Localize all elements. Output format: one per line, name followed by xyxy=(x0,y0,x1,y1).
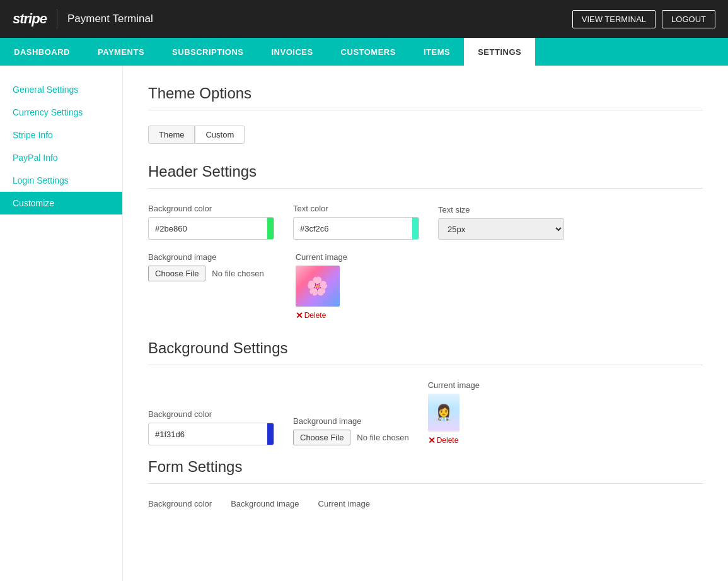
bg-delete-label: Delete xyxy=(437,436,459,445)
bg-choose-file-button[interactable]: Choose File xyxy=(293,430,350,445)
tab-custom[interactable]: Custom xyxy=(195,126,245,144)
sidebar-item-stripe[interactable]: Stripe Info xyxy=(0,124,122,146)
header-bg-color-swatch[interactable] xyxy=(267,218,274,239)
bg-color-text[interactable] xyxy=(149,426,267,443)
header-text-color-swatch[interactable] xyxy=(412,218,419,239)
navbar: DASHBOARD PAYMENTS SUBSCRIPTIONS INVOICE… xyxy=(0,38,728,66)
topbar-left: stripe Payment Terminal xyxy=(13,9,153,28)
nav-item-items[interactable]: ITEMS xyxy=(410,38,464,66)
main-content: Theme Options Theme Custom Header Settin… xyxy=(123,66,728,581)
bg-current-image-group: Current image 👩‍⚕️ ✕ Delete xyxy=(428,380,480,445)
header-delete-label: Delete xyxy=(304,311,326,320)
app-title: Payment Terminal xyxy=(67,13,153,25)
sidebar-item-paypal[interactable]: PayPal Info xyxy=(0,146,122,169)
header-current-image-group: Current image 🌸 ✕ Delete xyxy=(296,252,347,320)
bg-image-label: Background image xyxy=(293,416,409,426)
view-terminal-button[interactable]: VIEW TERMINAL xyxy=(572,10,656,28)
header-settings-title: Header Settings xyxy=(148,163,703,180)
bg-color-swatch[interactable] xyxy=(267,423,274,445)
header-choose-file-button[interactable]: Choose File xyxy=(148,266,205,281)
nav-item-settings[interactable]: SETTINGS xyxy=(464,38,535,66)
theme-tabs: Theme Custom xyxy=(148,126,703,144)
form-settings-divider xyxy=(148,483,703,484)
header-bg-color-label: Background color xyxy=(148,204,274,213)
page-title-divider xyxy=(148,110,703,110)
bg-image-group: Background image Choose File No file cho… xyxy=(293,416,409,445)
header-bg-image-section: Background image Choose File No file cho… xyxy=(148,252,703,320)
form-bg-color-label: Background color xyxy=(148,499,212,508)
page-layout: General Settings Currency Settings Strip… xyxy=(0,66,728,581)
bg-no-file-text: No file chosen xyxy=(357,433,408,442)
header-bg-color-input-wrapper xyxy=(148,217,274,240)
delete-x-icon: ✕ xyxy=(296,310,303,320)
header-color-fields: Background color Text color Text size 16… xyxy=(148,204,703,240)
header-text-size-group: Text size 16px 18px 20px 22px 25px 28px … xyxy=(438,205,564,240)
bg-color-label: Background color xyxy=(148,409,274,419)
header-text-color-label: Text color xyxy=(293,204,419,213)
header-delete-link[interactable]: ✕ Delete xyxy=(296,310,347,320)
bg-color-group: Background color xyxy=(148,409,274,445)
bg-settings-divider xyxy=(148,365,703,365)
logout-button[interactable]: LOGOUT xyxy=(662,10,715,28)
stripe-logo: stripe xyxy=(13,11,47,27)
nav-item-subscriptions[interactable]: SUBSCRIPTIONS xyxy=(158,38,257,66)
header-text-color-group: Text color xyxy=(293,204,419,240)
form-bg-color-group: Background color xyxy=(148,499,212,508)
nav-item-payments[interactable]: PAYMENTS xyxy=(84,38,158,66)
topbar: stripe Payment Terminal VIEW TERMINAL LO… xyxy=(0,0,728,38)
sidebar: General Settings Currency Settings Strip… xyxy=(0,66,123,581)
header-text-color-text[interactable] xyxy=(294,220,412,237)
sidebar-item-currency[interactable]: Currency Settings xyxy=(0,101,122,124)
header-choose-file-wrapper: Choose File No file chosen xyxy=(148,266,264,281)
sidebar-item-login[interactable]: Login Settings xyxy=(0,169,122,192)
sidebar-item-customize[interactable]: Customize xyxy=(0,192,122,214)
page-title: Theme Options xyxy=(148,85,703,102)
nav-item-dashboard[interactable]: DASHBOARD xyxy=(0,38,84,66)
bg-choose-file-wrapper: Choose File No file chosen xyxy=(293,430,409,445)
bg-color-input-wrapper xyxy=(148,423,274,445)
bg-delete-x-icon: ✕ xyxy=(428,435,436,445)
tab-theme[interactable]: Theme xyxy=(148,126,195,144)
form-bg-image-label: Background image xyxy=(231,499,299,508)
header-text-color-input-wrapper xyxy=(293,217,419,240)
form-current-image-group: Current image xyxy=(318,499,370,508)
topbar-right: VIEW TERMINAL LOGOUT xyxy=(572,10,715,28)
header-current-image-thumb: 🌸 xyxy=(296,266,340,307)
bg-current-image-label: Current image xyxy=(428,380,480,390)
header-text-size-label: Text size xyxy=(438,205,564,214)
header-bg-color-text[interactable] xyxy=(149,220,267,237)
header-bg-color-group: Background color xyxy=(148,204,274,240)
header-text-size-select[interactable]: 16px 18px 20px 22px 25px 28px 30px xyxy=(438,218,564,240)
bg-settings-title: Background Settings xyxy=(148,339,703,357)
bg-settings-fields-row: Background color Background image Choose… xyxy=(148,380,703,445)
form-current-image-label: Current image xyxy=(318,499,370,508)
sidebar-item-general[interactable]: General Settings xyxy=(0,78,122,101)
header-settings-divider xyxy=(148,188,703,189)
header-bg-image-group: Background image Choose File No file cho… xyxy=(148,252,264,281)
form-bg-image-group: Background image xyxy=(231,499,299,508)
form-section-fields-row: Background color Background image Curren… xyxy=(148,499,703,508)
header-bg-image-label: Background image xyxy=(148,252,264,262)
header-current-image-label: Current image xyxy=(296,252,347,262)
bg-current-image-thumb: 👩‍⚕️ xyxy=(428,394,459,431)
bg-delete-link[interactable]: ✕ Delete xyxy=(428,435,480,445)
header-no-file-text: No file chosen xyxy=(212,269,263,278)
form-settings-title: Form Settings xyxy=(148,458,703,476)
nav-item-customers[interactable]: CUSTOMERS xyxy=(327,38,410,66)
nav-item-invoices[interactable]: INVOICES xyxy=(257,38,326,66)
topbar-divider xyxy=(57,9,57,28)
